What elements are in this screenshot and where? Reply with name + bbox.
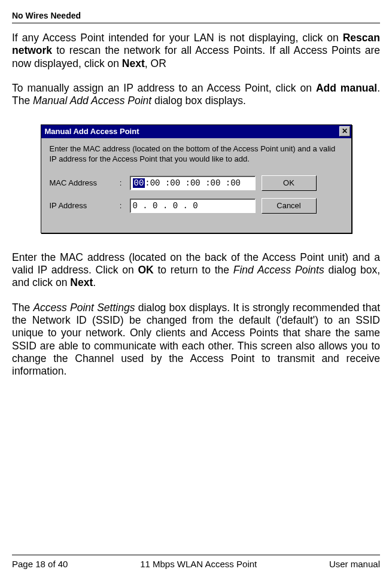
p4-italic-apsettings: Access Point Settings [33,302,135,314]
dialog-title: Manual Add Access Point [45,127,339,136]
p2-italic-dialogname: Manual Add Access Point [33,95,151,107]
p2-bold-addmanual: Add manual [316,82,377,94]
colon-2: : [118,201,124,210]
ip-value: 0 . 0 . 0 . 0 [133,201,198,211]
cancel-button[interactable]: Cancel [262,198,317,214]
p1-mid: to rescan the network for all Access Poi… [12,44,380,69]
p3-italic-findap: Find Access Points [233,264,324,276]
p4-pre: The [12,302,33,314]
paragraph-2: To manually assign an IP address to an A… [12,82,380,108]
mac-label: MAC Address [50,178,112,187]
p2-post2: dialog box displays. [151,95,246,107]
paragraph-4: The Access Point Settings dialog box dis… [12,302,380,378]
ip-label: IP Address [50,201,112,210]
p3-bold-ok: OK [138,264,153,276]
mac-row: MAC Address : 00 :00 :00 :00 :00 :00 OK [50,175,343,191]
footer-page-number: Page 18 of 40 [12,559,68,569]
p3-post: . [93,276,96,288]
ok-button[interactable]: OK [262,175,317,191]
header-rule [12,23,380,23]
footer-doc-title: 11 Mbps WLAN Access Point [140,559,257,569]
paragraph-3: Enter the MAC address (located on the ba… [12,251,380,290]
footer-center-b: Access Point [205,559,257,569]
dialog-body: Enter the MAC address (located on the bo… [41,138,351,233]
dialog-instruction: Enter the MAC address (located on the bo… [50,144,343,165]
footer-row: Page 18 of 40 11 Mbps WLAN Access Point … [12,559,380,569]
p3-mid: to return to the [154,264,233,276]
close-button[interactable]: ✕ [339,126,350,136]
close-icon: ✕ [342,127,348,135]
colon-1: : [118,178,124,187]
mac-octet-rest: :00 :00 :00 :00 :00 [145,178,241,188]
p3-bold-next: Next [70,276,93,288]
footer-center-a: 11 Mbps WLAN [140,559,205,569]
p2-pre: To manually assign an IP address to an A… [12,82,316,94]
mac-octet-selected: 00 [133,178,145,188]
body-text: If any Access Point intended for your LA… [12,32,380,108]
footer-rule [12,555,380,555]
page-footer: Page 18 of 40 11 Mbps WLAN Access Point … [12,555,380,569]
manual-add-dialog: Manual Add Access Point ✕ Enter the MAC … [41,124,352,233]
p1-post: , OR [145,57,166,69]
body-text-2: Enter the MAC address (located on the ba… [12,251,380,378]
mac-address-input[interactable]: 00 :00 :00 :00 :00 :00 [130,176,256,190]
p1-pre: If any Access Point intended for your LA… [12,32,343,44]
footer-doc-type: User manual [329,559,380,569]
paragraph-1: If any Access Point intended for your LA… [12,32,380,70]
dialog-titlebar: Manual Add Access Point ✕ [41,125,351,138]
p1-bold-next: Next [122,57,145,69]
header-brand: No Wires Needed [12,11,380,20]
dialog-figure: Manual Add Access Point ✕ Enter the MAC … [41,124,352,233]
ip-row: IP Address : 0 . 0 . 0 . 0 Cancel [50,198,343,214]
ip-address-input[interactable]: 0 . 0 . 0 . 0 [130,199,256,213]
